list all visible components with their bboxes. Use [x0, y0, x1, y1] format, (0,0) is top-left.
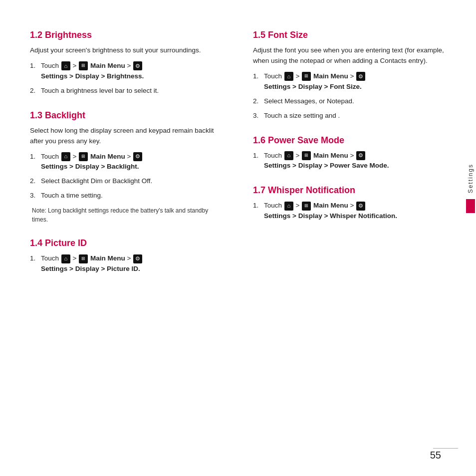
picture-id-step-1: 1. Touch ⌂ > ⊞ Main Menu > ⚙ Settings > … [30, 253, 223, 274]
font-size-step-3: 3. Touch a size setting and . [253, 111, 446, 121]
picture-id-nav: Settings > Display > Picture ID. [41, 265, 140, 272]
menu-icon-bl: ⊞ [79, 152, 88, 161]
side-tab-label: Settings [466, 160, 476, 197]
main-columns: 1.2 Brightness Adjust your screen's brig… [30, 30, 446, 278]
side-tab-bar [466, 199, 475, 213]
menu-icon: ⊞ [79, 61, 88, 70]
backlight-description: Select how long the display screen and k… [30, 126, 223, 147]
left-column: 1.2 Brightness Adjust your screen's brig… [30, 30, 228, 278]
menu-icon-pid: ⊞ [79, 254, 88, 263]
backlight-step-3: 3. Touch a time setting. [30, 191, 223, 201]
power-save-step-1: 1. Touch ⌂ > ⊞ Main Menu > ⚙ Settings > … [253, 151, 446, 172]
step-num-2: 2. [30, 86, 39, 96]
font-size-step-2: 2. Select Messages, or Notepad. [253, 96, 446, 107]
font-size-step-1: 1. Touch ⌂ > ⊞ Main Menu > ⚙ Settings > … [253, 71, 446, 92]
home-icon-wh: ⌂ [284, 202, 293, 211]
gear-icon-bl: ⚙ [133, 152, 142, 161]
whisper-nav: Settings > Display > Whisper Notificatio… [264, 212, 397, 220]
brightness-step-2: 2. Touch a brightness level bar to selec… [30, 86, 223, 96]
whisper-step-1: 1. Touch ⌂ > ⊞ Main Menu > ⚙ Settings > … [253, 201, 446, 222]
step-content: Touch ⌂ > ⊞ Main Menu > ⚙ Settings > Dis… [41, 61, 223, 82]
step-num: 1. [30, 61, 39, 71]
home-icon-fs: ⌂ [284, 72, 293, 81]
gear-icon-pid: ⚙ [133, 254, 142, 263]
bl-step-num: 1. [30, 152, 39, 162]
home-icon: ⌂ [61, 61, 70, 70]
home-icon-pid: ⌂ [61, 254, 70, 263]
picture-id-title: 1.4 Picture ID [30, 238, 223, 248]
brightness-nav-path: Settings > Display > Brightness. [41, 72, 144, 80]
page-number: 55 [430, 450, 441, 461]
whisper-title: 1.7 Whisper Notification [253, 185, 446, 196]
font-size-nav: Settings > Display > Font Size. [264, 83, 362, 90]
backlight-note: Note: Long backlight settings reduce the… [30, 206, 223, 224]
font-size-title: 1.5 Font Size [253, 30, 446, 40]
backlight-step-2: 2. Select Backlight Dim or Backlight Off… [30, 176, 223, 187]
brightness-description: Adjust your screen's brightness to suit … [30, 45, 223, 56]
power-save-title: 1.6 Power Save Mode [253, 135, 446, 146]
backlight-step-1: 1. Touch ⌂ > ⊞ Main Menu > ⚙ Settings > … [30, 152, 223, 173]
bl-step-content: Touch ⌂ > ⊞ Main Menu > ⚙ Settings > Dis… [41, 152, 223, 173]
power-save-nav: Settings > Display > Power Save Mode. [264, 162, 389, 169]
main-menu-bl: Main Menu [90, 153, 125, 160]
main-menu-label: Main Menu [90, 62, 125, 69]
step-2-text: Touch a brightness level bar to select i… [41, 86, 223, 96]
gear-icon-wh: ⚙ [356, 202, 365, 211]
menu-icon-wh: ⊞ [302, 202, 311, 211]
gear-icon-fs: ⚙ [356, 72, 365, 81]
backlight-nav: Settings > Display > Backlight. [41, 163, 139, 170]
side-tab: Settings [465, 160, 476, 220]
font-size-description: Adjust the font you see when you are ent… [253, 45, 446, 66]
brightness-title: 1.2 Brightness [30, 30, 223, 40]
menu-icon-ps: ⊞ [302, 151, 311, 160]
page: 1.2 Brightness Adjust your screen's brig… [0, 0, 476, 476]
right-column: 1.5 Font Size Adjust the font you see wh… [248, 30, 446, 278]
brightness-step-1: 1. Touch ⌂ > ⊞ Main Menu > ⚙ Settings > … [30, 61, 223, 82]
home-icon-bl: ⌂ [61, 152, 70, 161]
gear-icon-ps: ⚙ [356, 151, 365, 160]
backlight-title: 1.3 Backlight [30, 110, 223, 121]
gear-icon: ⚙ [133, 61, 142, 70]
page-divider [433, 448, 458, 449]
home-icon-ps: ⌂ [284, 151, 293, 160]
menu-icon-fs: ⊞ [302, 72, 311, 81]
